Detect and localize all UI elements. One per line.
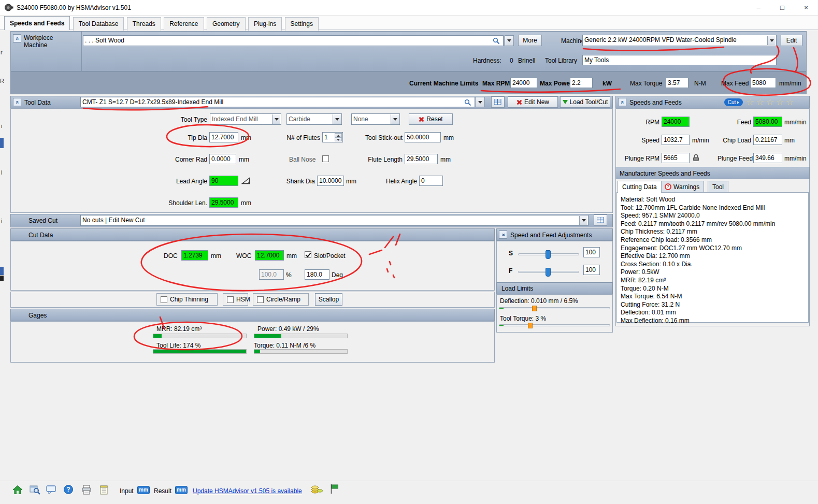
max-rpm-field[interactable]: 24000 bbox=[510, 78, 537, 88]
tool-type-select[interactable]: Indexed End Mill bbox=[210, 113, 281, 125]
rpm-field[interactable]: 24000 bbox=[662, 117, 690, 127]
shank-dia-field[interactable]: 10.0000 bbox=[317, 176, 344, 186]
woc-field[interactable]: 12.7000 bbox=[255, 250, 284, 261]
f-slider-thumb[interactable] bbox=[546, 268, 551, 277]
lock-icon[interactable] bbox=[693, 154, 699, 163]
corner-rad-field[interactable]: 0.0000 bbox=[209, 154, 236, 164]
close-button[interactable]: × bbox=[794, 0, 818, 16]
material-dropdown-button[interactable] bbox=[505, 35, 514, 46]
stepper-down-icon[interactable] bbox=[335, 137, 342, 141]
collapse-adjustments-button[interactable]: « bbox=[499, 231, 507, 239]
max-power-field[interactable]: 2.2 bbox=[570, 78, 593, 88]
result-units-badge[interactable]: mm bbox=[175, 486, 188, 494]
rating-star[interactable]: ☆ bbox=[746, 97, 754, 107]
edit-machine-button[interactable]: Edit bbox=[781, 35, 802, 46]
feedback-icon[interactable] bbox=[46, 485, 56, 496]
tab-geometry[interactable]: Geometry bbox=[207, 17, 246, 31]
edit-new-button[interactable]: Edit New bbox=[508, 96, 558, 108]
tool-torque-slider-thumb[interactable] bbox=[528, 323, 533, 328]
tool-table-button[interactable] bbox=[491, 96, 505, 108]
chip-thinning-option[interactable]: Chip Thinning bbox=[156, 293, 218, 306]
collapse-tool-data-button[interactable]: « bbox=[13, 98, 21, 106]
print-icon[interactable] bbox=[81, 485, 92, 496]
flag-icon[interactable] bbox=[329, 484, 339, 496]
stepper-up-icon[interactable] bbox=[335, 133, 342, 137]
database-search-icon[interactable] bbox=[30, 485, 40, 496]
collapse-speeds-feeds-button[interactable]: « bbox=[618, 98, 626, 106]
reset-button[interactable]: Reset bbox=[409, 113, 453, 125]
tool-dropdown-button[interactable] bbox=[475, 97, 485, 107]
deflection-slider-track[interactable] bbox=[499, 307, 610, 309]
tip-dia-field[interactable]: 12.7000 bbox=[209, 132, 238, 142]
rating-star[interactable]: ☆ bbox=[776, 97, 784, 107]
dropdown-button[interactable] bbox=[272, 114, 280, 124]
slot-pocket-checkbox[interactable] bbox=[305, 251, 311, 258]
plunge-rpm-field[interactable]: 5665 bbox=[662, 153, 690, 163]
chip-thinning-checkbox[interactable] bbox=[161, 296, 167, 303]
tool-material-select[interactable]: Carbide bbox=[286, 113, 342, 125]
tab-plugins[interactable]: Plug-ins bbox=[248, 17, 282, 31]
lead-angle-field[interactable]: 90 bbox=[209, 176, 238, 186]
maximize-button[interactable]: □ bbox=[770, 0, 794, 16]
flute-length-field[interactable]: 29.5000 bbox=[405, 154, 438, 164]
home-icon[interactable] bbox=[12, 485, 23, 496]
update-link[interactable]: Update HSMAdvisor v1.505 is available bbox=[193, 487, 302, 495]
plunge-feed-field[interactable]: 349.66 bbox=[753, 153, 782, 163]
rating-star[interactable]: ☆ bbox=[756, 97, 764, 107]
tool-library-field[interactable]: My Tools bbox=[582, 55, 777, 65]
circle-ramp-option[interactable]: Circle/Ramp bbox=[253, 293, 309, 306]
hsm-option[interactable]: HSM bbox=[223, 293, 248, 306]
circle-ramp-checkbox[interactable] bbox=[257, 296, 264, 303]
tool-search-combo[interactable]: CMT- Z1 S=12.7 D=12.7x29.5x89-Indexed En… bbox=[80, 97, 475, 107]
max-torque-field[interactable]: 3.57 bbox=[666, 78, 688, 88]
dropdown-button[interactable] bbox=[391, 114, 399, 124]
doc-field[interactable]: 1.2739 bbox=[181, 250, 208, 261]
engage-angle-field[interactable]: 180.0 bbox=[305, 269, 329, 280]
tab-warnings[interactable]: ? Warnings bbox=[660, 181, 704, 192]
s-slider-track[interactable] bbox=[518, 253, 579, 255]
more-button[interactable]: More bbox=[518, 35, 542, 46]
tab-threads[interactable]: Threads bbox=[127, 17, 161, 31]
material-search-combo[interactable]: . . . Soft Wood bbox=[83, 35, 504, 46]
tab-reference[interactable]: Reference bbox=[164, 17, 204, 31]
feed-field[interactable]: 5080.00 bbox=[753, 117, 782, 127]
f-slider-track[interactable] bbox=[518, 271, 579, 273]
help-icon[interactable]: ? bbox=[64, 485, 73, 494]
deflection-slider-thumb[interactable] bbox=[532, 306, 537, 311]
tab-cutting-data[interactable]: Cutting Data bbox=[618, 181, 662, 193]
tab-tool-database[interactable]: Tool Database bbox=[73, 17, 124, 31]
tool-torque-slider-track[interactable] bbox=[499, 324, 610, 326]
tool-coating-select[interactable]: None bbox=[351, 113, 400, 125]
coins-icon[interactable] bbox=[311, 484, 323, 496]
f-value-field[interactable]: 100 bbox=[583, 265, 600, 275]
load-tool-cut-button[interactable]: Load Tool/Cut bbox=[560, 96, 610, 108]
helix-angle-field[interactable]: 0 bbox=[419, 176, 443, 186]
saved-cut-table-button[interactable] bbox=[594, 214, 607, 226]
cut-badge[interactable]: Cut bbox=[724, 98, 743, 106]
s-value-field[interactable]: 100 bbox=[583, 247, 600, 257]
report-icon[interactable] bbox=[100, 485, 109, 496]
machine-dropdown-button[interactable] bbox=[767, 36, 776, 45]
stickout-field[interactable]: 50.0000 bbox=[405, 132, 441, 142]
s-slider-thumb[interactable] bbox=[546, 250, 551, 259]
rating-star[interactable]: ☆ bbox=[786, 97, 794, 107]
scallop-button[interactable]: Scallop bbox=[315, 293, 342, 306]
speed-field[interactable]: 1032.7 bbox=[662, 135, 690, 145]
collapse-workpiece-button[interactable]: « bbox=[13, 34, 21, 42]
saved-cut-combo[interactable]: No cuts | Edit New Cut bbox=[80, 215, 589, 226]
minimize-button[interactable]: – bbox=[747, 0, 770, 16]
tab-tool[interactable]: Tool bbox=[708, 181, 728, 192]
chip-load-field[interactable]: 0.21167 bbox=[753, 135, 782, 145]
tab-speeds-and-feeds[interactable]: Speeds and Feeds bbox=[4, 16, 70, 30]
hsm-checkbox[interactable] bbox=[227, 296, 234, 303]
tab-settings[interactable]: Settings bbox=[285, 17, 319, 31]
dropdown-button[interactable] bbox=[333, 114, 341, 124]
saved-cut-dropdown-button[interactable] bbox=[579, 216, 587, 225]
max-feed-field[interactable]: 5080 bbox=[750, 78, 776, 88]
input-units-badge[interactable]: mm bbox=[137, 486, 150, 494]
flutes-stepper[interactable]: 1 bbox=[322, 132, 343, 142]
shoulder-len-field[interactable]: 29.5000 bbox=[209, 197, 238, 208]
stepover-percent-field[interactable]: 100.0 bbox=[259, 269, 284, 280]
ball-nose-checkbox[interactable] bbox=[322, 155, 329, 162]
rating-star[interactable]: ☆ bbox=[766, 97, 774, 107]
